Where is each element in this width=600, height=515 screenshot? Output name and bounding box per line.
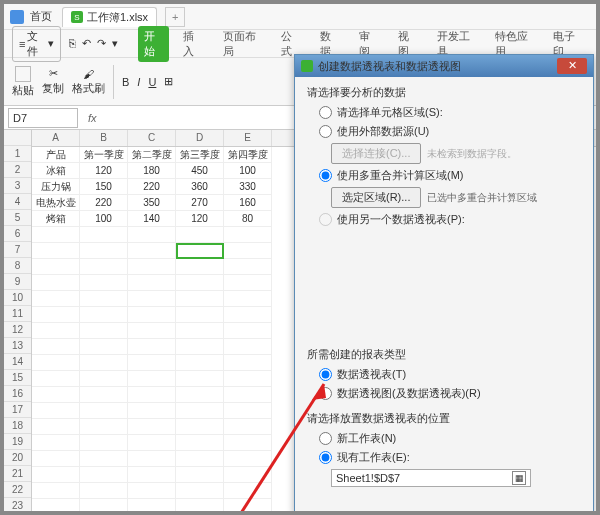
range-picker-icon[interactable]: ▦: [512, 471, 526, 485]
quick-access-toolbar: ⎘ ↶ ↷ ▾: [69, 37, 118, 50]
section2-label: 所需创建的报表类型: [307, 347, 581, 362]
paste-button[interactable]: 粘贴: [12, 66, 34, 98]
radio-external[interactable]: [319, 125, 332, 138]
radio-pivot-chart[interactable]: [319, 387, 332, 400]
file-menu[interactable]: ≡文件▾: [12, 26, 61, 62]
location-input[interactable]: Sheet1!$D$7▦: [331, 469, 531, 487]
home-tab[interactable]: 首页: [30, 9, 52, 24]
radio-pivot-table[interactable]: [319, 368, 332, 381]
section1-label: 请选择要分析的数据: [307, 85, 581, 100]
radio-existing-sheet[interactable]: [319, 451, 332, 464]
fx-icon[interactable]: fx: [88, 112, 97, 124]
radio-cell-range[interactable]: [319, 106, 332, 119]
qat-redo-icon[interactable]: ↷: [97, 37, 106, 50]
copy-button[interactable]: ✂复制: [42, 67, 64, 96]
qat-save-icon[interactable]: ⎘: [69, 37, 76, 50]
format-brush-button[interactable]: 🖌格式刷: [72, 68, 105, 96]
workbook-tab[interactable]: S 工作簿1.xlsx: [62, 7, 157, 27]
select-range-button[interactable]: 选定区域(R)...: [331, 187, 421, 208]
radio-new-sheet[interactable]: [319, 432, 332, 445]
new-tab-button[interactable]: +: [165, 7, 185, 27]
app-icon: [10, 10, 24, 24]
radio-multi[interactable]: [319, 169, 332, 182]
tab-insert[interactable]: 插入: [177, 26, 208, 62]
radio-other-pivot: [319, 213, 332, 226]
close-icon[interactable]: ✕: [557, 58, 587, 74]
qat-undo-icon[interactable]: ↶: [82, 37, 91, 50]
workbook-name: 工作簿1.xlsx: [87, 10, 148, 25]
choose-conn-button: 选择连接(C)...: [331, 143, 421, 164]
qat-more-icon[interactable]: ▾: [112, 37, 118, 50]
sheet-icon: S: [71, 11, 83, 23]
row-headers: for(let i=1;i<=30;i++)document.write('<d…: [4, 130, 32, 515]
selected-cell[interactable]: [176, 243, 224, 259]
tab-start[interactable]: 开始: [138, 26, 169, 62]
pivot-dialog: 创建数据透视表和数据透视图 ✕ 请选择要分析的数据 请选择单元格区域(S): 使…: [294, 54, 594, 514]
name-box[interactable]: D7: [8, 108, 78, 128]
dialog-titlebar[interactable]: 创建数据透视表和数据透视图 ✕: [295, 55, 593, 77]
dialog-icon: [301, 60, 313, 72]
tab-layout[interactable]: 页面布局: [217, 26, 267, 62]
section3-label: 请选择放置数据透视表的位置: [307, 411, 581, 426]
dialog-title: 创建数据透视表和数据透视图: [318, 59, 461, 74]
